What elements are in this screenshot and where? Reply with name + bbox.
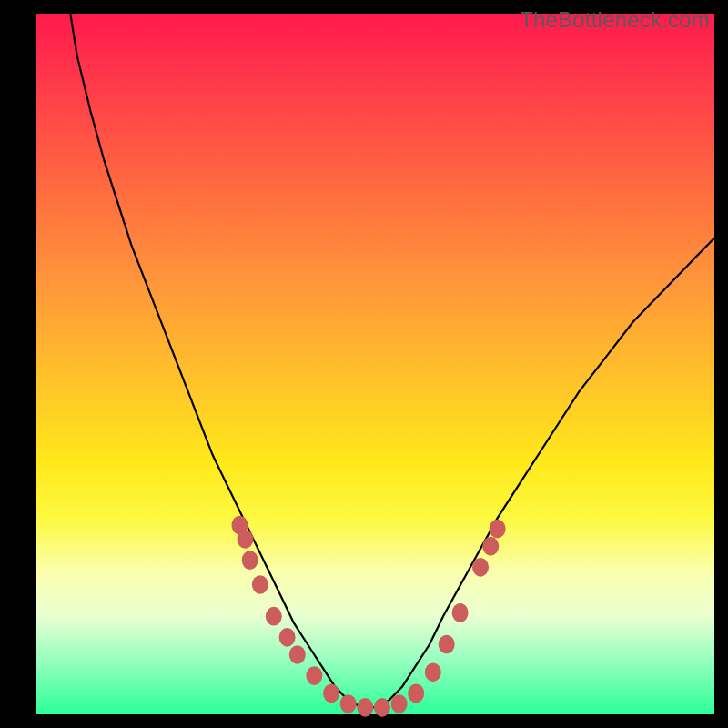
data-marker xyxy=(266,607,282,626)
data-marker xyxy=(242,551,258,570)
bottleneck-curve xyxy=(70,14,714,707)
data-marker xyxy=(238,530,254,549)
data-marker xyxy=(357,698,373,717)
data-marker xyxy=(252,575,268,594)
data-marker xyxy=(306,666,322,685)
data-marker xyxy=(472,558,489,577)
data-marker xyxy=(323,684,339,703)
data-marker xyxy=(490,520,506,539)
data-marker xyxy=(374,698,390,717)
data-marker xyxy=(425,662,441,682)
chart-frame: TheBottleneck.com xyxy=(0,0,728,728)
data-marker xyxy=(279,628,296,647)
data-marker xyxy=(408,684,424,703)
data-marker xyxy=(340,694,357,713)
data-marker xyxy=(289,645,306,664)
data-marker xyxy=(439,635,455,654)
data-marker xyxy=(482,537,499,556)
data-marker xyxy=(391,694,408,713)
plot-area xyxy=(36,14,714,714)
marker-group xyxy=(232,516,506,717)
chart-svg xyxy=(36,14,714,714)
data-marker xyxy=(452,603,469,622)
